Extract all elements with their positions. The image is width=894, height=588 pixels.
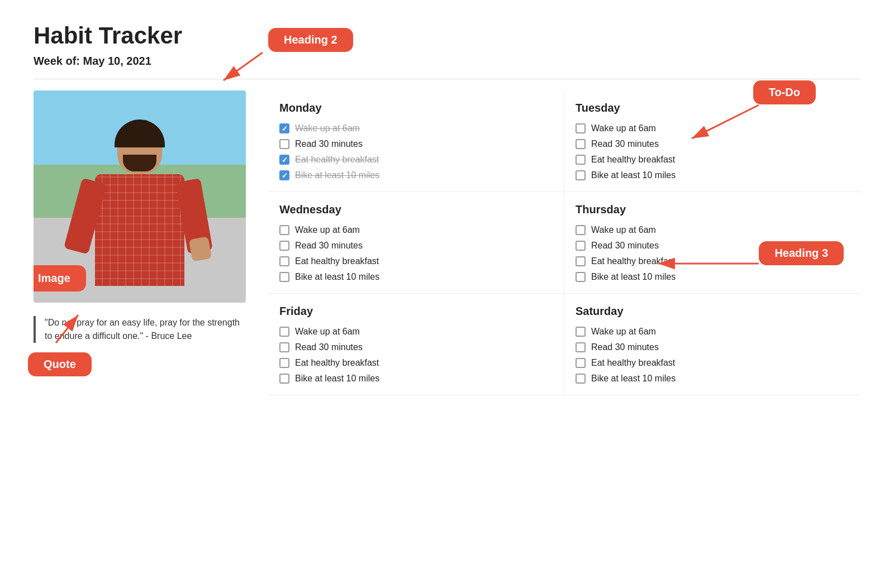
- todo-item[interactable]: Wake up at 6am: [576, 225, 844, 235]
- todo-label: Read 30 minutes: [591, 342, 659, 352]
- checkbox[interactable]: [279, 256, 289, 266]
- todo-item[interactable]: Read 30 minutes: [279, 342, 547, 352]
- todo-item[interactable]: Eat healthy breakfast: [279, 256, 547, 266]
- checkbox[interactable]: [279, 272, 289, 282]
- checkbox[interactable]: [279, 342, 289, 352]
- checkbox[interactable]: [279, 123, 289, 133]
- day-heading-monday: Monday: [279, 102, 547, 114]
- person-hand: [188, 236, 211, 261]
- heading3-annotation: Heading 3: [759, 241, 844, 265]
- day-section-saturday: SaturdayWake up at 6amRead 30 minutesEat…: [564, 294, 860, 395]
- todo-item[interactable]: Eat healthy breakfast: [279, 358, 547, 368]
- checkbox[interactable]: [576, 327, 586, 337]
- checkbox[interactable]: [576, 272, 586, 282]
- todo-label: Read 30 minutes: [295, 139, 363, 149]
- todo-label: Eat healthy breakfast: [295, 155, 379, 165]
- quote-container: "Do not pray for an easy life, pray for …: [34, 316, 246, 343]
- checkbox[interactable]: [279, 374, 289, 384]
- day-section-monday: MondayWake up at 6amRead 30 minutesEat h…: [268, 90, 564, 192]
- todo-label: Eat healthy breakfast: [591, 358, 675, 368]
- checkbox[interactable]: [279, 139, 289, 149]
- checkbox[interactable]: [576, 241, 586, 251]
- checkbox[interactable]: [576, 358, 586, 368]
- day-heading-wednesday: Wednesday: [279, 203, 547, 216]
- quote-bubble: Quote: [28, 352, 92, 376]
- header-divider: [34, 79, 860, 79]
- checkbox[interactable]: [576, 342, 586, 352]
- todo-label: Wake up at 6am: [295, 327, 360, 337]
- todo-item[interactable]: Wake up at 6am: [279, 225, 547, 235]
- tracker-area: To-Do Heading 3: [268, 90, 860, 395]
- day-heading-friday: Friday: [279, 305, 547, 318]
- todo-arrow: [686, 105, 787, 161]
- page-title: Habit Tracker: [34, 22, 860, 49]
- todo-list-friday: Wake up at 6amRead 30 minutesEat healthy…: [279, 327, 547, 384]
- todo-label: Wake up at 6am: [591, 327, 656, 337]
- checkbox[interactable]: [279, 170, 289, 180]
- checkbox[interactable]: [576, 225, 586, 235]
- day-section-wednesday: WednesdayWake up at 6amRead 30 minutesEa…: [268, 192, 564, 294]
- todo-label: Read 30 minutes: [295, 241, 363, 251]
- checkbox[interactable]: [576, 170, 586, 180]
- checkbox[interactable]: [279, 225, 289, 235]
- todo-item[interactable]: Read 30 minutes: [279, 241, 547, 251]
- todo-item[interactable]: Wake up at 6am: [279, 123, 547, 133]
- todo-item[interactable]: Eat healthy breakfast: [279, 155, 547, 165]
- quote-arrow: [45, 309, 112, 348]
- header-section: Habit Tracker Week of: May 10, 2021 Head…: [34, 22, 860, 68]
- checkbox[interactable]: [576, 123, 586, 133]
- checkbox[interactable]: [279, 241, 289, 251]
- todo-label: Bike at least 10 miles: [295, 272, 379, 282]
- todo-item[interactable]: Bike at least 10 miles: [576, 374, 844, 384]
- todo-label: Read 30 minutes: [295, 342, 363, 352]
- todo-item[interactable]: Bike at least 10 miles: [279, 272, 547, 282]
- todo-item[interactable]: Eat healthy breakfast: [576, 358, 844, 368]
- todo-bubble: To-Do: [753, 80, 816, 104]
- heading2-annotation: Heading 2: [268, 28, 353, 52]
- checkbox[interactable]: [576, 139, 586, 149]
- todo-list-monday: Wake up at 6amRead 30 minutesEat healthy…: [279, 123, 547, 180]
- checkbox[interactable]: [279, 358, 289, 368]
- checkbox[interactable]: [279, 155, 289, 165]
- todo-item[interactable]: Read 30 minutes: [279, 139, 547, 149]
- checkbox[interactable]: [279, 327, 289, 337]
- todo-label: Eat healthy breakfast: [591, 155, 675, 165]
- todo-item[interactable]: Wake up at 6am: [279, 327, 547, 337]
- heading3-bubble: Heading 3: [759, 241, 844, 265]
- person-sweater: [95, 174, 184, 286]
- todo-item[interactable]: Bike at least 10 miles: [279, 170, 547, 180]
- main-content: Image "Do not pray for an easy life, pra…: [34, 90, 860, 395]
- todo-label: Wake up at 6am: [591, 123, 656, 133]
- person-image: Image: [34, 90, 246, 303]
- svg-line-5: [692, 105, 759, 138]
- day-section-friday: FridayWake up at 6amRead 30 minutesEat h…: [268, 294, 564, 395]
- todo-label: Read 30 minutes: [591, 139, 659, 149]
- todo-item[interactable]: Bike at least 10 miles: [576, 170, 844, 180]
- todo-label: Wake up at 6am: [295, 225, 360, 235]
- todo-label: Eat healthy breakfast: [295, 256, 379, 266]
- day-heading-thursday: Thursday: [576, 203, 844, 216]
- todo-label: Bike at least 10 miles: [295, 170, 379, 180]
- image-bubble: Image: [34, 265, 86, 291]
- checkbox[interactable]: [576, 374, 586, 384]
- heading3-arrow: [653, 252, 764, 286]
- todo-label: Eat healthy breakfast: [295, 358, 379, 368]
- todo-item[interactable]: Wake up at 6am: [576, 327, 844, 337]
- todo-label: Bike at least 10 miles: [295, 374, 379, 384]
- todo-item[interactable]: Bike at least 10 miles: [279, 374, 547, 384]
- todo-label: Wake up at 6am: [591, 225, 656, 235]
- svg-line-3: [56, 315, 78, 343]
- todo-label: Bike at least 10 miles: [591, 374, 676, 384]
- heading2-bubble: Heading 2: [268, 28, 353, 52]
- checkbox[interactable]: [576, 256, 586, 266]
- todo-item[interactable]: Read 30 minutes: [576, 342, 844, 352]
- todo-label: Wake up at 6am: [295, 123, 360, 133]
- todo-label: Read 30 minutes: [591, 241, 659, 251]
- svg-line-1: [224, 52, 263, 80]
- left-column: Image "Do not pray for an easy life, pra…: [34, 90, 246, 343]
- person-head: [117, 124, 162, 174]
- quote-annotation: Quote: [28, 352, 92, 376]
- day-heading-saturday: Saturday: [576, 305, 844, 318]
- checkbox[interactable]: [576, 155, 586, 165]
- todo-list-saturday: Wake up at 6amRead 30 minutesEat healthy…: [576, 327, 844, 384]
